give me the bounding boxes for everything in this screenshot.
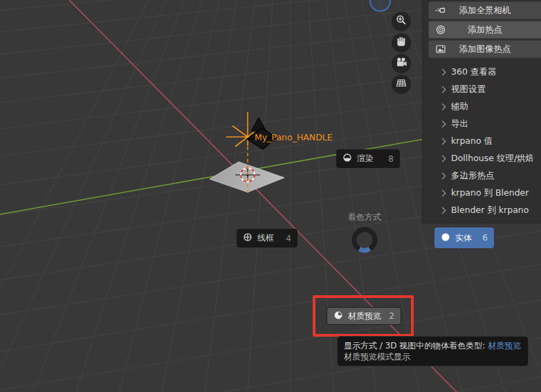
orthographic-grid-icon: [396, 77, 407, 91]
sidebar-sections: 360 查看器 视图设置 辅助 导出 krpano 值 Dollhouse 纹理…: [423, 64, 541, 219]
action-label: 添加图像热点: [459, 44, 511, 55]
panorama-camera-icon: [435, 5, 446, 16]
sidebar-panel: 添加全景相机 添加热点 添加图像热点 360 查看器 视图设置 辅助 导出: [422, 0, 541, 223]
sidebar-section-blender-to-krpano[interactable]: Blender 到 krpano: [423, 202, 541, 219]
solid-shading-icon: [441, 232, 450, 244]
annotation-rectangle: [313, 295, 414, 337]
tooltip: 显示方式 / 3D 视图中的物体着色类型: 材质预览 材质预览模式显示: [337, 336, 529, 366]
chevron-right-icon: [439, 190, 446, 197]
camera-view-icon: [396, 57, 407, 71]
pie-item-shortcut: 8: [388, 154, 394, 164]
sidebar-section-view-settings[interactable]: 视图设置: [423, 81, 541, 98]
sidebar-section-assist[interactable]: 辅助: [423, 98, 541, 115]
sidebar-section-dollhouse-bake[interactable]: Dollhouse 纹理/烘焙: [423, 150, 541, 167]
add-image-hotspot-button[interactable]: 添加图像热点: [428, 40, 541, 58]
hotspot-target-icon: [435, 24, 446, 35]
sidebar-section-polygon-hotspot[interactable]: 多边形热点: [423, 167, 541, 185]
pie-item-label: 线框: [257, 232, 274, 244]
action-label: 添加全景相机: [459, 5, 511, 17]
pie-item-label: 实体: [455, 232, 472, 244]
sidebar-section-360-viewer[interactable]: 360 查看器: [423, 64, 541, 81]
pie-item-rendered[interactable]: 渲染 8: [336, 149, 400, 168]
chevron-right-icon: [439, 86, 446, 93]
image-hotspot-icon: [435, 44, 446, 55]
pan-hand-icon: [396, 36, 407, 50]
tooltip-line2: 材质预览模式显示: [344, 351, 522, 362]
object-label: My_Pano_HANDLE: [255, 132, 333, 142]
tooltip-enum-value: 材质预览: [488, 341, 521, 351]
zoom-in-icon: [396, 15, 407, 28]
pie-item-label: 渲染: [357, 153, 374, 165]
sidebar-section-krpano-values[interactable]: krpano 值: [423, 133, 541, 150]
chevron-right-icon: [439, 138, 446, 145]
chevron-right-icon: [439, 156, 446, 162]
chevron-right-icon: [439, 121, 446, 128]
blender-3d-viewport: My_Pano_HANDLE: [0, 0, 541, 392]
add-hotspot-button[interactable]: 添加热点: [428, 21, 541, 39]
pie-item-solid[interactable]: 实体 6: [434, 227, 494, 248]
pie-item-shortcut: 6: [482, 233, 488, 243]
chevron-right-icon: [439, 104, 446, 111]
tooltip-line1: 显示方式 / 3D 视图中的物体着色类型: 材质预览: [344, 340, 522, 351]
pan-button[interactable]: [392, 33, 411, 53]
action-label: 添加热点: [468, 24, 502, 36]
wireframe-shading-icon: [243, 232, 253, 244]
chevron-right-icon: [439, 207, 446, 214]
sidebar-section-krpano-to-blender[interactable]: krpano 到 Blender: [423, 185, 541, 202]
orthographic-toggle-button[interactable]: [392, 75, 411, 94]
sidebar-section-export[interactable]: 导出: [423, 115, 541, 133]
camera-view-button[interactable]: [392, 54, 411, 73]
pie-item-wireframe[interactable]: 线框 4: [237, 229, 297, 248]
pie-menu-title: 着色方式: [338, 212, 391, 223]
zoom-button[interactable]: [392, 12, 411, 31]
add-panorama-camera-button[interactable]: 添加全景相机: [428, 1, 541, 19]
pie-menu-direction-ring: [349, 225, 380, 255]
chevron-right-icon: [439, 173, 446, 180]
pie-item-shortcut: 4: [286, 234, 291, 243]
rendered-shading-icon: [342, 153, 352, 165]
chevron-right-icon: [439, 69, 446, 76]
